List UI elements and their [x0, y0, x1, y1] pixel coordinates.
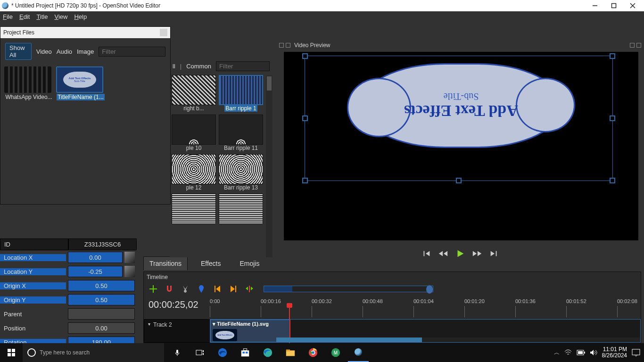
property-value[interactable]: 0.50	[68, 280, 135, 291]
property-row[interactable]: Origin X0.50	[0, 279, 137, 293]
selection-rectangle[interactable]	[305, 56, 613, 181]
transition-item[interactable]	[219, 194, 263, 230]
transitions-category-all[interactable]: ll	[173, 63, 175, 70]
resize-handle[interactable]	[302, 53, 308, 59]
transition-item[interactable]: Barr ripple 11	[219, 115, 263, 151]
property-label: Origin Y	[0, 296, 66, 304]
window-minimize-button[interactable]	[586, 0, 604, 11]
jump-start-button[interactable]	[421, 248, 431, 259]
project-files-filter-input[interactable]	[99, 47, 165, 57]
transition-item[interactable]	[172, 194, 216, 230]
project-files-tab-audio[interactable]: Audio	[57, 48, 72, 55]
transition-item[interactable]: Barr ripple 13	[219, 154, 263, 191]
wifi-icon[interactable]	[564, 349, 572, 356]
prev-marker-button[interactable]	[213, 284, 222, 294]
taskbar-app-chrome[interactable]	[303, 343, 323, 362]
rewind-button[interactable]	[438, 248, 448, 259]
ruler-tick: 00:02:08	[617, 298, 637, 304]
resize-handle[interactable]	[302, 178, 308, 183]
transition-item[interactable]: right b...	[172, 75, 216, 112]
keyframe-curve-icon[interactable]	[124, 252, 135, 263]
project-files-tab-video[interactable]: Video	[36, 48, 52, 55]
taskbar-app-openshot[interactable]	[348, 343, 369, 362]
tray-overflow-icon[interactable]: ︿	[554, 349, 560, 357]
ruler-tick: 00:01:20	[464, 298, 485, 304]
undock-icon[interactable]	[630, 43, 635, 48]
transition-item[interactable]: ple 12	[172, 154, 216, 191]
taskbar-app-chrome-profile[interactable]: M	[325, 343, 346, 362]
volume-icon[interactable]	[590, 349, 597, 356]
timeline-ruler[interactable]: 0:0000:00:1600:00:3200:00:4800:01:0400:0…	[210, 298, 641, 319]
property-row[interactable]: Parent	[0, 307, 137, 321]
center-playhead-button[interactable]	[245, 284, 254, 294]
taskbar-app-explorer[interactable]	[280, 343, 301, 362]
menu-view[interactable]: View	[54, 13, 67, 20]
undock-icon[interactable]	[279, 43, 284, 48]
transitions-filter-input[interactable]	[216, 61, 270, 71]
close-icon[interactable]	[286, 43, 290, 48]
menu-title[interactable]: Title	[36, 13, 48, 20]
project-files-header[interactable]: Project Files	[0, 27, 170, 38]
project-files-tab-showall[interactable]: Show All	[5, 43, 32, 60]
window-maximize-button[interactable]	[604, 0, 623, 11]
track-header[interactable]: ▾ Track 2	[144, 319, 210, 343]
jump-end-button[interactable]	[489, 248, 499, 259]
razor-button[interactable]	[181, 284, 190, 294]
menu-file[interactable]: File	[3, 13, 13, 20]
mic-icon[interactable]	[167, 343, 188, 362]
preview-canvas[interactable]: Add Text Effects Sub-Title	[284, 52, 638, 240]
property-value[interactable]	[68, 308, 135, 320]
taskbar-clock[interactable]: 11:01 PM 8/26/2024	[602, 346, 627, 359]
resize-handle[interactable]	[610, 115, 615, 121]
zoom-slider[interactable]	[264, 286, 433, 292]
property-row[interactable]: Position0.00	[0, 321, 137, 335]
transitions-scrollbar[interactable]	[266, 75, 272, 257]
start-button[interactable]	[0, 343, 23, 362]
project-files-tab-image[interactable]: Image	[77, 48, 94, 55]
tab-transitions[interactable]: Transitions	[143, 256, 188, 270]
property-row[interactable]: Location Y-0.25	[0, 264, 137, 279]
snap-button[interactable]	[165, 284, 174, 294]
track-body[interactable]: ▾ TitleFileName (1).svg Add Text Effects	[210, 319, 641, 343]
property-row[interactable]: Location X0.00	[0, 250, 137, 264]
taskbar-app-edge[interactable]	[257, 343, 278, 362]
transition-item[interactable]: Barr ripple 1	[219, 75, 263, 112]
tab-effects[interactable]: Effects	[195, 257, 227, 270]
close-icon[interactable]	[636, 43, 641, 48]
battery-icon[interactable]	[577, 350, 585, 355]
panel-close-icon[interactable]	[160, 29, 167, 36]
tab-emojis[interactable]: Emojis	[234, 257, 265, 270]
window-close-button[interactable]	[623, 0, 642, 11]
timeline-horizontal-scrollbar[interactable]	[276, 337, 640, 342]
property-value[interactable]: 0.00	[68, 322, 135, 334]
project-file-item[interactable]: Add Text EffectsSub-Title TitleFileName …	[56, 66, 105, 200]
timeline-panel: Timeline 00:00:25,02 0:0000:00:1600:00:3…	[143, 272, 641, 343]
play-button[interactable]	[455, 248, 465, 259]
menu-edit[interactable]: Edit	[19, 13, 30, 20]
resize-handle[interactable]	[610, 53, 615, 59]
fast-forward-button[interactable]	[472, 248, 482, 259]
property-value[interactable]: -0.25	[68, 266, 123, 277]
property-value[interactable]: 0.00	[68, 252, 123, 263]
marker-button[interactable]	[197, 284, 206, 294]
next-marker-button[interactable]	[229, 284, 238, 294]
taskbar-app-edge-legacy[interactable]	[212, 343, 233, 362]
add-track-button[interactable]	[149, 284, 158, 294]
notifications-icon[interactable]	[632, 349, 640, 356]
taskbar-search[interactable]: Type here to search	[23, 343, 164, 362]
menubar: File Edit Title View Help	[0, 11, 644, 22]
taskbar-app-store[interactable]	[235, 343, 256, 362]
transition-item[interactable]: ple 10	[172, 115, 216, 151]
keyframe-curve-icon[interactable]	[124, 266, 135, 277]
property-row[interactable]: Origin Y0.50	[0, 293, 137, 307]
transitions-category-common[interactable]: Common	[186, 63, 211, 70]
menu-help[interactable]: Help	[74, 13, 87, 20]
resize-handle[interactable]	[302, 115, 308, 121]
resize-handle[interactable]	[456, 178, 462, 183]
property-value[interactable]: 0.50	[68, 294, 135, 305]
task-view-icon[interactable]	[190, 343, 210, 362]
project-file-item[interactable]: WhatsApp Video...	[4, 66, 53, 200]
ruler-tick: 00:00:16	[261, 298, 281, 304]
resize-handle[interactable]	[610, 178, 615, 183]
title-thumbnail-icon: Add Text EffectsSub-Title	[56, 66, 103, 93]
